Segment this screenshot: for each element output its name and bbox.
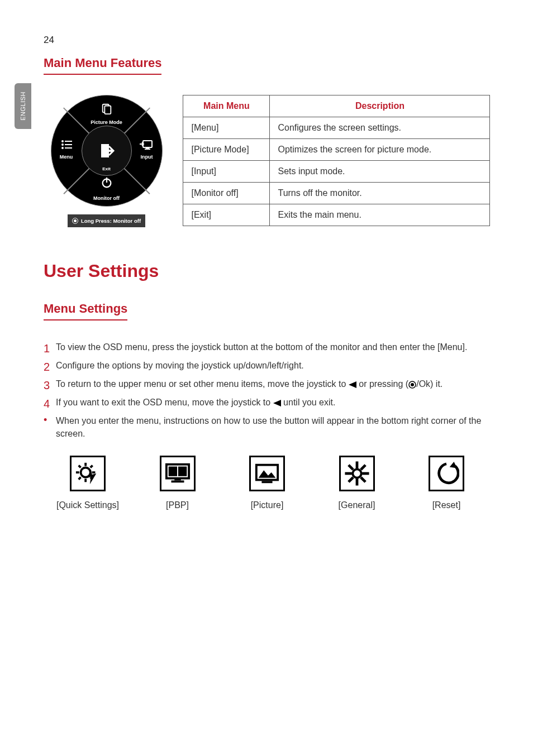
table-row: [Picture Mode]Optimizes the screen for p…	[183, 139, 490, 161]
language-tab: ENGLISH	[15, 83, 31, 129]
step-1: 1 To view the OSD menu, press the joysti…	[44, 341, 491, 357]
osd-label: [General]	[313, 500, 401, 510]
svg-point-33	[353, 470, 361, 478]
svg-line-22	[79, 466, 81, 468]
osd-label: [PBP]	[134, 500, 222, 510]
th-description: Description	[270, 95, 490, 117]
joystick-diagram: Picture Mode Menu Input Exit Monitor off…	[44, 85, 169, 227]
svg-line-41	[361, 466, 364, 469]
step-2: 2 Configure the options by moving the jo…	[44, 359, 491, 375]
longpress-hint: Long Press: Monitor off	[68, 214, 145, 227]
language-label: ENGLISH	[20, 92, 26, 121]
svg-rect-28	[178, 467, 186, 476]
step-number: 4	[44, 396, 56, 412]
svg-rect-5	[65, 144, 72, 145]
page-number: 24	[44, 35, 54, 46]
table-row: [Exit]Exits the main menu.	[183, 204, 490, 226]
step-text: To view the OSD menu, press the joystick…	[56, 341, 467, 353]
osd-reset: [Reset]	[402, 456, 491, 510]
svg-line-24	[79, 477, 81, 480]
step-number: 1	[44, 341, 56, 357]
svg-line-39	[361, 479, 364, 481]
step-text: Configure the options by moving the joys…	[56, 359, 304, 372]
menu-icon	[60, 140, 74, 152]
table-row: [Menu]Configures the screen settings.	[183, 117, 490, 139]
svg-rect-27	[168, 467, 177, 476]
main-menu-table: Main Menu Description [Menu]Configures t…	[183, 95, 490, 226]
svg-rect-11	[101, 144, 109, 157]
svg-rect-30	[171, 481, 184, 483]
joystick-top-label: Picture Mode	[84, 119, 129, 125]
joystick-bottom-label: Monitor off	[84, 195, 129, 201]
main-menu-features-heading: Main Menu Features	[44, 56, 161, 75]
svg-line-25	[91, 466, 93, 468]
record-dot-icon	[72, 218, 78, 224]
svg-rect-1	[104, 106, 111, 114]
menu-settings-heading: Menu Settings	[44, 302, 127, 320]
osd-picture: [Picture]	[223, 456, 311, 510]
osd-general: [General]	[313, 456, 401, 510]
table-row: [Monitor off]Turns off the monitor.	[183, 183, 490, 204]
arrow-left-icon	[273, 400, 281, 406]
bullet-note: • When you enter the menu, instructions …	[44, 414, 491, 440]
svg-point-16	[411, 383, 414, 386]
joystick-exit-label: Exit	[84, 166, 129, 171]
svg-point-4	[61, 143, 64, 146]
bullet-icon: •	[44, 414, 56, 427]
svg-rect-9	[146, 147, 149, 149]
osd-quick-settings: [Quick Settings]	[44, 456, 132, 510]
pbp-icon	[160, 456, 196, 491]
quick-settings-icon	[70, 456, 106, 491]
svg-point-6	[61, 147, 64, 149]
osd-label: [Picture]	[223, 500, 311, 510]
step-text: To return to the upper menu or set other…	[56, 377, 442, 390]
osd-pbp: [PBP]	[134, 456, 222, 510]
svg-rect-29	[174, 479, 181, 481]
svg-rect-3	[65, 141, 72, 142]
joystick-left-label: Menu	[53, 154, 80, 160]
svg-rect-7	[65, 147, 72, 149]
svg-rect-10	[145, 149, 150, 150]
svg-rect-14	[106, 178, 107, 183]
th-main-menu: Main Menu	[183, 95, 270, 117]
step-text: If you want to exit the OSD menu, move t…	[56, 396, 335, 409]
longpress-label: Long Press: Monitor off	[81, 218, 141, 224]
table-row: [Input]Sets input mode.	[183, 161, 490, 183]
svg-line-38	[349, 466, 352, 469]
picture-mode-icon	[100, 103, 113, 117]
svg-point-2	[61, 140, 64, 142]
svg-line-40	[349, 479, 352, 481]
joystick-right-label: Input	[133, 154, 161, 160]
bullet-text: When you enter the menu, instructions on…	[56, 414, 491, 440]
user-settings-heading: User Settings	[44, 261, 491, 281]
record-icon	[408, 381, 416, 389]
step-number: 2	[44, 359, 56, 375]
power-icon	[100, 176, 113, 191]
reset-icon	[429, 456, 464, 491]
osd-label: [Reset]	[402, 500, 491, 510]
osd-label: [Quick Settings]	[44, 500, 132, 510]
svg-rect-32	[261, 481, 272, 484]
picture-icon	[249, 456, 285, 491]
step-3: 3 To return to the upper menu or set oth…	[44, 377, 491, 394]
input-icon	[140, 140, 153, 153]
general-icon	[339, 456, 375, 491]
step-4: 4 If you want to exit the OSD menu, move…	[44, 396, 491, 412]
exit-icon	[97, 141, 117, 161]
svg-rect-12	[108, 150, 112, 152]
step-number: 3	[44, 377, 56, 394]
arrow-left-icon	[349, 381, 356, 388]
